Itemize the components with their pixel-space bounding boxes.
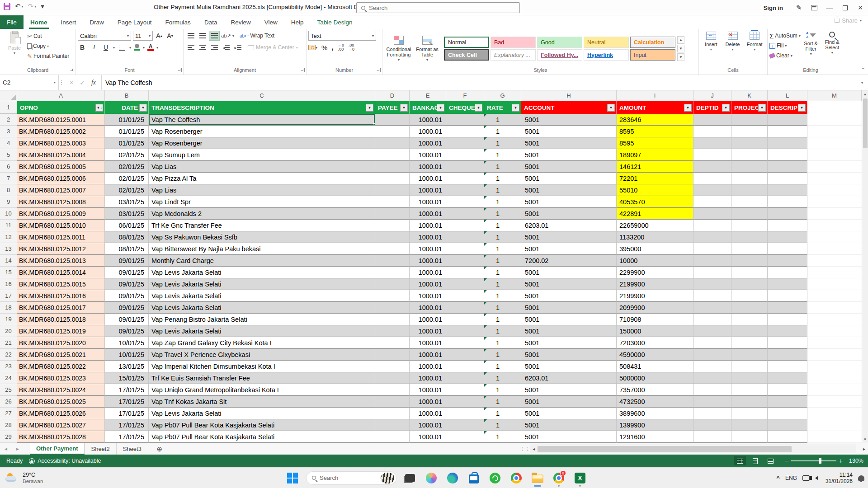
- cell-G17[interactable]: 1: [484, 290, 521, 302]
- cell-G28[interactable]: 1: [484, 419, 521, 431]
- cell-H16[interactable]: 5001: [521, 278, 617, 290]
- cell-L10[interactable]: [768, 208, 807, 220]
- cell-K2[interactable]: [731, 114, 768, 126]
- cell-F29[interactable]: [446, 431, 484, 443]
- cell-E13[interactable]: 1000.01: [410, 243, 446, 255]
- cell-J19[interactable]: [693, 314, 731, 325]
- fill-handle[interactable]: [373, 123, 375, 126]
- cell-C14[interactable]: Monthly Card Charge: [149, 255, 375, 267]
- table-header-RATE[interactable]: RATE▼: [484, 101, 521, 114]
- display-icon[interactable]: [802, 475, 810, 481]
- horizontal-scroll-thumb[interactable]: [538, 446, 792, 452]
- cell-B6[interactable]: 02/01/25: [105, 161, 149, 173]
- cell-E28[interactable]: 1000.01: [410, 419, 446, 431]
- taskbar-app-chrome[interactable]: [509, 469, 524, 487]
- search-box[interactable]: Search: [356, 2, 520, 13]
- tab-view[interactable]: View: [258, 15, 284, 29]
- cell-L22[interactable]: [768, 349, 807, 361]
- select-all-corner[interactable]: [0, 90, 17, 101]
- cell-M22[interactable]: [807, 349, 862, 361]
- cell-L9[interactable]: [768, 196, 807, 208]
- cell-M12[interactable]: [807, 231, 862, 243]
- cell-J25[interactable]: [693, 384, 731, 396]
- cell-D9[interactable]: [375, 196, 410, 208]
- cell-D10[interactable]: [375, 208, 410, 220]
- cell-H3[interactable]: 5001: [521, 126, 617, 137]
- row-header-10[interactable]: 10: [0, 208, 17, 220]
- table-header-DEPTID[interactable]: DEPTID▼: [693, 101, 731, 114]
- cell-F10[interactable]: [446, 208, 484, 220]
- row-header-7[interactable]: 7: [0, 173, 17, 184]
- cell-E12[interactable]: 1000.01: [410, 231, 446, 243]
- column-header-I[interactable]: I: [617, 90, 693, 101]
- cell-H22[interactable]: 5001: [521, 349, 617, 361]
- cell-style-input[interactable]: Input: [630, 49, 675, 61]
- cell-B25[interactable]: 17/01/25: [105, 384, 149, 396]
- cell-J28[interactable]: [693, 419, 731, 431]
- tab-insert[interactable]: Insert: [54, 15, 83, 29]
- cell-M2[interactable]: [807, 114, 862, 126]
- format-as-table-button[interactable]: Format as Table▾: [413, 34, 441, 63]
- cell-A10[interactable]: BK.MDR680.0125.0009: [17, 208, 105, 220]
- conditional-formatting-button[interactable]: Conditional Formatting▾: [384, 34, 413, 63]
- cell-G8[interactable]: 1: [484, 184, 521, 196]
- cell-A14[interactable]: BK.MDR680.0125.0013: [17, 255, 105, 267]
- save-button[interactable]: [4, 3, 10, 10]
- cell-G18[interactable]: 1: [484, 302, 521, 314]
- cell-I15[interactable]: 2299900: [617, 267, 693, 278]
- cell-C23[interactable]: Vap Imperial Kitchen Dimsumbekasi Kota I: [149, 361, 375, 372]
- table-header-PROJECT[interactable]: PROJECT▼: [731, 101, 768, 114]
- taskbar-app-copilot[interactable]: [424, 469, 439, 487]
- cell-G7[interactable]: 1: [484, 173, 521, 184]
- cell-I18[interactable]: 2099900: [617, 302, 693, 314]
- borders-button[interactable]: [118, 42, 127, 52]
- cell-E4[interactable]: 1000.01: [410, 137, 446, 149]
- cell-F9[interactable]: [446, 196, 484, 208]
- row-header-28[interactable]: 28: [0, 419, 17, 431]
- table-header-PAYEE[interactable]: PAYEE▼: [375, 101, 410, 114]
- cell-B16[interactable]: 09/01/25: [105, 278, 149, 290]
- align-left-button[interactable]: [185, 42, 196, 52]
- cell-L4[interactable]: [768, 137, 807, 149]
- cell-B4[interactable]: 01/01/25: [105, 137, 149, 149]
- cell-A17[interactable]: BK.MDR680.0125.0016: [17, 290, 105, 302]
- cell-K20[interactable]: [731, 325, 768, 337]
- cell-F22[interactable]: [446, 349, 484, 361]
- accessibility-status[interactable]: Accessibility: Unavailable: [29, 458, 101, 464]
- filter-icon[interactable]: ▼: [512, 104, 519, 112]
- cell-C16[interactable]: Vap Levis Jakarta Selati: [149, 278, 375, 290]
- cell-B14[interactable]: 09/01/25: [105, 255, 149, 267]
- top-align-button[interactable]: [185, 31, 196, 41]
- cell-A12[interactable]: BK.MDR680.0125.0011: [17, 231, 105, 243]
- comma-style-button[interactable]: ,: [331, 43, 334, 52]
- cell-M20[interactable]: [807, 325, 862, 337]
- cell-J21[interactable]: [693, 337, 731, 349]
- cell-I17[interactable]: 2199900: [617, 290, 693, 302]
- column-header-K[interactable]: K: [731, 90, 768, 101]
- cell-E10[interactable]: 1000.01: [410, 208, 446, 220]
- cell-D28[interactable]: [375, 419, 410, 431]
- cell-M3[interactable]: [807, 126, 862, 137]
- redo-button[interactable]: ↷▾: [28, 2, 37, 10]
- cell-D4[interactable]: [375, 137, 410, 149]
- cell-M26[interactable]: [807, 396, 862, 408]
- column-header-F[interactable]: F: [446, 90, 484, 101]
- cell-A24[interactable]: BK.MDR680.0125.0023: [17, 372, 105, 384]
- cell-H21[interactable]: 5001: [521, 337, 617, 349]
- cell-B9[interactable]: 03/01/25: [105, 196, 149, 208]
- cell-L13[interactable]: [768, 243, 807, 255]
- cell-K5[interactable]: [731, 149, 768, 161]
- autosum-button[interactable]: ΣAutoSum▾: [769, 31, 801, 41]
- cell-E20[interactable]: 1000.01: [410, 325, 446, 337]
- cell-style-hyper[interactable]: Hyperlink: [584, 49, 629, 61]
- cell-B7[interactable]: 02/01/25: [105, 173, 149, 184]
- cell-style-followed[interactable]: Followed Hy...: [537, 49, 582, 61]
- table-header-BANKAC[interactable]: BANKAC▼: [410, 101, 446, 114]
- cell-K28[interactable]: [731, 419, 768, 431]
- tab-help[interactable]: Help: [284, 15, 311, 29]
- cell-L7[interactable]: [768, 173, 807, 184]
- cell-J9[interactable]: [693, 196, 731, 208]
- font-family-select[interactable]: Calibri▾: [78, 31, 131, 41]
- row-header-18[interactable]: 18: [0, 302, 17, 314]
- decrease-font-size-button[interactable]: A▾: [165, 31, 175, 41]
